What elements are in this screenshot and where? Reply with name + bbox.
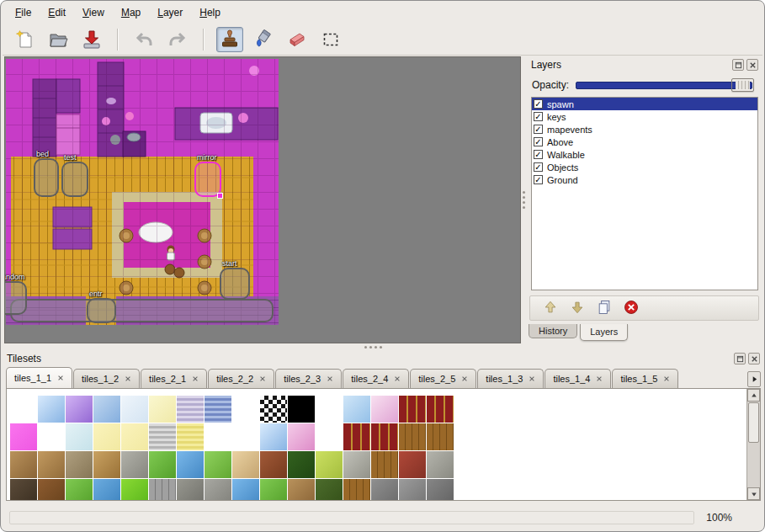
redo-button[interactable] [164,27,191,52]
tileset-tile[interactable] [66,451,93,478]
rectangular-select-button[interactable] [317,27,344,52]
dock-tab-layers[interactable]: Layers [580,324,628,341]
tileset-tile[interactable] [205,423,231,450]
tileset-tab-tiles_1_3[interactable]: tiles_1_3 [477,369,544,388]
tileset-tile[interactable] [38,451,65,478]
tileset-tile[interactable] [177,451,204,478]
tileset-tile[interactable] [121,423,148,450]
new-map-button[interactable] [11,27,38,52]
tileset-tile[interactable] [427,451,454,478]
tab-close-icon[interactable] [327,375,333,382]
vertical-splitter[interactable] [521,56,527,343]
tileset-tile[interactable] [288,423,315,450]
tilesets-close-button[interactable] [748,353,760,364]
map-object[interactable] [10,299,274,322]
tileset-tile[interactable] [371,479,398,501]
tileset-tile[interactable] [149,396,176,423]
tileset-tile[interactable] [343,396,370,423]
tileset-tile[interactable] [260,423,287,450]
tileset-tile[interactable] [177,396,204,423]
layer-row[interactable]: ✓spawn [532,98,757,110]
layer-row[interactable]: ✓mapevents [532,123,757,136]
map-object-bed[interactable]: bed [34,158,59,197]
opacity-slider[interactable] [576,78,754,92]
selection-handle[interactable] [217,193,223,199]
tab-close-icon[interactable] [663,375,670,382]
tileset-tile[interactable] [260,451,287,478]
tileset-tile[interactable] [399,451,426,478]
tileset-tile[interactable] [288,479,315,501]
tilesets-float-button[interactable] [734,353,746,364]
tileset-tile[interactable] [371,451,398,478]
map-object-entr[interactable]: entr [87,298,116,323]
tileset-tile[interactable] [371,396,398,423]
tileset-tile[interactable] [93,451,120,478]
tileset-tile[interactable] [316,451,343,478]
tileset-tile[interactable] [38,396,65,423]
menu-map[interactable]: Map [114,4,148,21]
open-map-button[interactable] [45,27,72,52]
tileset-tile[interactable] [66,479,93,501]
tileset-tab-tiles_2_3[interactable]: tiles_2_3 [275,369,342,388]
map-object-mirror[interactable]: mirror [194,162,221,197]
tileset-tile[interactable] [371,423,398,450]
tileset-tile[interactable] [38,423,65,450]
tileset-tile[interactable] [288,396,315,423]
menu-file[interactable]: File [8,4,39,21]
tileset-tile[interactable] [121,396,148,423]
layer-visible-checkbox[interactable]: ✓ [534,175,543,184]
save-map-button[interactable] [78,27,105,52]
tileset-tile[interactable] [232,396,259,423]
undo-button[interactable] [130,27,157,52]
tileset-tile[interactable] [343,423,370,450]
layer-row[interactable]: ✓Above [532,136,757,148]
tileset-tile[interactable] [427,396,454,423]
tileset-tile[interactable] [10,423,37,450]
layer-visible-checkbox[interactable]: ✓ [534,137,543,146]
layer-row[interactable]: ✓Walkable [532,148,757,161]
tileset-tab-scroll-right[interactable] [747,371,761,387]
menu-edit[interactable]: Edit [40,4,73,21]
scroll-down-button[interactable] [747,487,760,500]
tileset-tile[interactable] [260,479,287,501]
horizontal-splitter[interactable] [4,343,762,350]
tileset-tile[interactable] [205,451,231,478]
tab-close-icon[interactable] [57,375,64,381]
tileset-tile[interactable] [399,423,426,450]
tab-close-icon[interactable] [394,375,401,382]
tileset-view[interactable] [6,388,761,501]
tab-close-icon[interactable] [259,375,266,382]
map-view[interactable]: bedtestmirrorstartrandomentr [4,56,521,343]
tab-close-icon[interactable] [125,375,131,382]
tileset-tile[interactable] [316,423,343,450]
tileset-tile[interactable] [66,396,93,423]
layer-visible-checkbox[interactable]: ✓ [534,112,543,121]
tileset-tile[interactable] [205,479,231,501]
scrollbar-thumb[interactable] [748,402,759,443]
tileset-tile[interactable] [205,396,231,423]
tab-close-icon[interactable] [461,375,468,382]
tileset-tile[interactable] [232,479,259,501]
delete-layer-button[interactable] [623,299,640,318]
map-object-start[interactable]: start [220,268,250,300]
tab-close-icon[interactable] [596,375,603,382]
raise-layer-button[interactable] [542,299,559,318]
tileset-tile[interactable] [93,423,120,450]
tileset-tab-tiles_1_5[interactable]: tiles_1_5 [612,369,678,388]
tileset-tab-tiles_2_1[interactable]: tiles_2_1 [141,369,207,388]
tab-close-icon[interactable] [529,375,535,382]
tileset-tile[interactable] [149,451,176,478]
map-object-random[interactable]: random [4,281,27,315]
tab-close-icon[interactable] [192,375,199,382]
tileset-tile[interactable] [149,479,176,501]
tileset-tile[interactable] [288,451,315,478]
tileset-tile[interactable] [38,479,65,501]
menu-help[interactable]: Help [192,4,228,21]
bucket-fill-button[interactable] [250,27,277,52]
tileset-tile[interactable] [10,451,37,478]
tileset-tile[interactable] [427,423,454,450]
stamp-brush-button[interactable] [216,27,243,52]
layer-row[interactable]: ✓Ground [532,173,757,186]
tileset-tab-tiles_2_5[interactable]: tiles_2_5 [410,369,476,388]
layer-visible-checkbox[interactable]: ✓ [534,162,543,172]
